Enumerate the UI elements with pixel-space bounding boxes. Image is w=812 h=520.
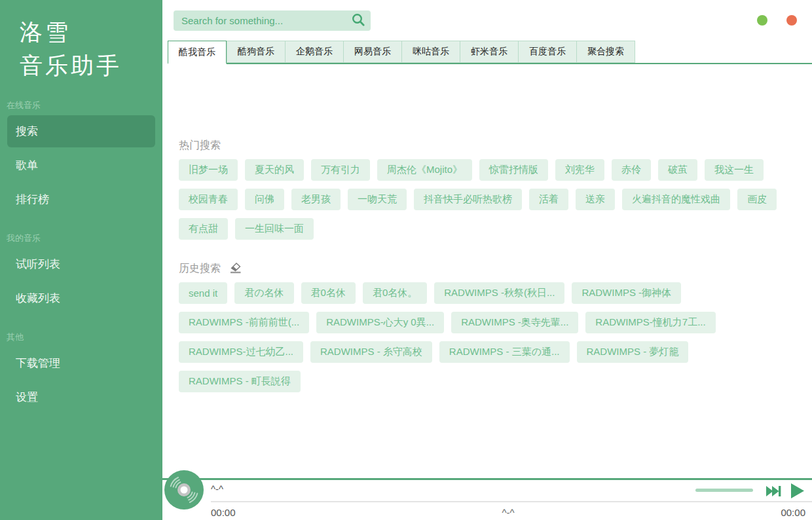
history-search-tag[interactable]: RADWIMPS - 町長説得 <box>179 371 301 392</box>
hot-search-tag[interactable]: 抖音快手必听热歌榜 <box>414 189 522 210</box>
hot-search-tag[interactable]: 校园青春 <box>179 189 238 210</box>
history-search-tag[interactable]: RADWIMPS - 夢灯籠 <box>577 341 689 363</box>
sidebar-section-my-music: 我的音乐 <box>7 232 156 244</box>
next-track-icon <box>766 485 782 500</box>
sidebar-item[interactable]: 设置 <box>0 381 162 413</box>
player-times: 00:00 ^-^ 00:00 <box>211 507 805 518</box>
app-logo-line2: 音乐助手 <box>20 49 162 83</box>
history-search-tags: send it君の名休君0名休君0名休。RADWIMPS -秋祭(秋日...RA… <box>179 282 802 400</box>
search-input[interactable] <box>174 10 346 31</box>
main-area: 酷我音乐酷狗音乐企鹅音乐网易音乐咪咕音乐虾米音乐百度音乐聚合搜索 热门搜索 旧梦… <box>162 0 812 520</box>
hot-search-tag[interactable]: 有点甜 <box>179 218 228 240</box>
app-logo: 洛雪 音乐助手 <box>0 0 162 83</box>
app-window: 洛雪 音乐助手 在线音乐 搜索歌单排行榜 我的音乐 试听列表收藏列表 其他 下载… <box>0 0 812 520</box>
hot-search-tag[interactable]: 惊雷抒情版 <box>479 159 548 181</box>
history-search-tag[interactable]: 君0名休 <box>301 282 356 304</box>
sidebar-item[interactable]: 收藏列表 <box>0 282 162 314</box>
hot-search-tag[interactable]: 一吻天荒 <box>348 189 407 210</box>
close-button[interactable] <box>786 15 797 26</box>
clear-history-button[interactable] <box>229 261 242 276</box>
search-bar <box>174 10 371 31</box>
history-search-tag[interactable]: RADWIMPS-心大y 0異... <box>316 312 444 333</box>
source-tab[interactable]: 酷我音乐 <box>168 41 227 64</box>
sidebar: 洛雪 音乐助手 在线音乐 搜索歌单排行榜 我的音乐 试听列表收藏列表 其他 下载… <box>0 0 162 520</box>
eraser-icon <box>229 261 242 276</box>
source-tabs: 酷我音乐酷狗音乐企鹅音乐网易音乐咪咕音乐虾米音乐百度音乐聚合搜索 <box>168 41 812 64</box>
sidebar-item[interactable]: 歌单 <box>0 149 162 181</box>
hot-search-tag[interactable]: 活着 <box>529 189 568 210</box>
sidebar-item[interactable]: 下载管理 <box>0 347 162 379</box>
source-tab[interactable]: 酷狗音乐 <box>227 41 285 63</box>
history-search-tag[interactable]: RADWIMPS-憧机力7工... <box>585 312 715 333</box>
play-button[interactable] <box>788 482 805 502</box>
search-page-content: 热门搜索 旧梦一场夏天的风万有引力周杰伦《Mojito》惊雷抒情版刘宪华赤伶破茧… <box>162 64 812 400</box>
history-search-tag[interactable]: 君の名休 <box>234 282 293 304</box>
hot-search-title: 热门搜索 <box>179 139 221 153</box>
player-status-text: ^-^ <box>502 507 514 518</box>
source-tab[interactable]: 百度音乐 <box>518 41 576 63</box>
sidebar-group-my-music: 试听列表收藏列表 <box>0 248 162 314</box>
search-button[interactable] <box>346 10 371 31</box>
history-search-tag[interactable]: RADWIMPS-过七幼乙... <box>179 341 303 363</box>
total-time: 00:00 <box>781 507 805 518</box>
sidebar-group-other: 下载管理设置 <box>0 347 162 413</box>
hot-search-tag[interactable]: 破茧 <box>658 159 697 181</box>
progress-bar[interactable] <box>211 501 812 502</box>
minimize-button[interactable] <box>757 15 767 26</box>
hot-search-tag[interactable]: 旧梦一场 <box>179 159 238 181</box>
hot-search-tag[interactable]: 问佛 <box>245 189 284 210</box>
hot-search-tag[interactable]: 一生回味一面 <box>235 218 314 240</box>
hot-search-tag[interactable]: 万有引力 <box>311 159 370 181</box>
history-search-tag[interactable]: RADWIMPS -秋祭(秋日... <box>434 282 564 304</box>
history-search-tag[interactable]: RADWIMPS - 糸守高校 <box>310 341 432 363</box>
search-icon <box>351 12 365 29</box>
history-search-tag[interactable]: RADWIMPS -前前前世(... <box>179 312 309 333</box>
play-icon <box>788 482 805 502</box>
hot-search-section: 热门搜索 旧梦一场夏天的风万有引力周杰伦《Mojito》惊雷抒情版刘宪华赤伶破茧… <box>179 139 812 248</box>
history-search-tag[interactable]: RADWIMPS -御神体 <box>572 282 681 304</box>
sidebar-item[interactable]: 搜索 <box>7 115 155 147</box>
header <box>162 0 812 41</box>
history-search-section: 历史搜索 send it君の名休君0名休君0名休。RADWIMPS -秋祭(秋日… <box>179 261 812 400</box>
current-time: 00:00 <box>211 507 236 518</box>
hot-search-tag[interactable]: 赤伶 <box>612 159 651 181</box>
hot-search-tag[interactable]: 周杰伦《Mojito》 <box>377 159 472 181</box>
volume-slider[interactable] <box>695 489 753 492</box>
hot-search-tag[interactable]: 送亲 <box>576 189 615 210</box>
sidebar-item[interactable]: 排行榜 <box>0 183 162 215</box>
hot-search-tag[interactable]: 画皮 <box>737 189 777 210</box>
hot-search-tag[interactable]: 刘宪华 <box>555 159 604 181</box>
history-search-tag[interactable]: RADWIMPS -奥寺先輩... <box>451 312 578 333</box>
hot-search-tag[interactable]: 夏天的风 <box>245 159 304 181</box>
next-track-button[interactable] <box>766 485 782 500</box>
history-search-tag[interactable]: send it <box>179 282 227 304</box>
hot-search-tags: 旧梦一场夏天的风万有引力周杰伦《Mojito》惊雷抒情版刘宪华赤伶破茧我这一生校… <box>179 159 802 248</box>
sidebar-item[interactable]: 试听列表 <box>0 248 162 280</box>
app-logo-line1: 洛雪 <box>20 16 162 49</box>
player-song-title: ^-^ <box>211 483 223 494</box>
source-tab[interactable]: 虾米音乐 <box>460 41 518 63</box>
player-bar: ^-^ 00:00 ^-^ 00:00 <box>162 478 812 520</box>
source-tab[interactable]: 咪咕音乐 <box>401 41 460 63</box>
sidebar-section-online-music: 在线音乐 <box>7 100 156 111</box>
album-disc-icon[interactable] <box>164 470 204 510</box>
hot-search-tag[interactable]: 我这一生 <box>705 159 764 181</box>
hot-search-tag[interactable]: 火遍抖音的魔性戏曲 <box>622 189 730 210</box>
hot-search-tag[interactable]: 老男孩 <box>291 189 341 210</box>
source-tab[interactable]: 企鹅音乐 <box>285 41 343 63</box>
history-search-tag[interactable]: 君0名休。 <box>363 282 427 304</box>
source-tab[interactable]: 网易音乐 <box>343 41 401 63</box>
history-search-tag[interactable]: RADWIMPS - 三葉の通... <box>439 341 570 363</box>
source-tab[interactable]: 聚合搜索 <box>576 41 635 63</box>
history-search-title: 历史搜索 <box>179 262 221 276</box>
sidebar-section-other: 其他 <box>7 331 156 343</box>
sidebar-group-online-music: 搜索歌单排行榜 <box>0 115 162 215</box>
